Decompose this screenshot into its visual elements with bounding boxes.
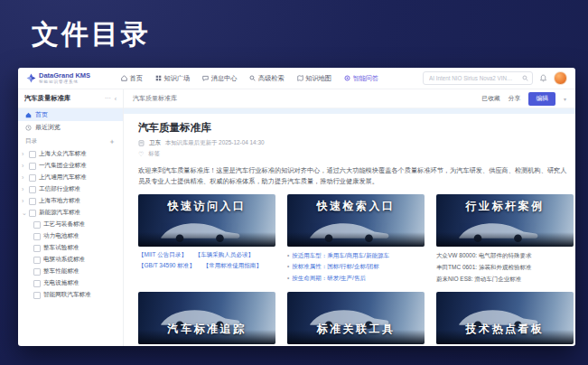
tree-item[interactable]: 工艺与装备标准	[22, 219, 119, 230]
card-bullet[interactable]: 按适用车型：乘用车/商用车/新能源车	[292, 251, 389, 259]
card-row: 大众VW 80000: 电气部件的特殊要求	[436, 251, 574, 260]
checkbox[interactable]	[33, 280, 41, 287]
card-standards-tracking[interactable]: 汽车标准追踪 今日重要更新 •ISO 19453-7:2024 《道路车辆 环境…	[138, 292, 275, 346]
checkbox[interactable]	[29, 198, 36, 205]
card-link[interactable]: 【常用标准使用指南】	[203, 262, 262, 270]
user-avatar[interactable]	[554, 71, 567, 85]
card-quick-access[interactable]: 快速访问入口 【MIIT 公告目录】 【车辆采购人员必读】 【GB/T 3459…	[138, 194, 275, 283]
caret-icon[interactable]: ›	[22, 198, 26, 204]
checkbox[interactable]	[33, 233, 41, 240]
global-search-box[interactable]	[423, 71, 533, 85]
doc-meta: 卫东 本知识库最后更新于 2025-12-04 14:30	[138, 139, 565, 147]
car-silhouette-icon	[152, 217, 245, 245]
plus-icon[interactable]: ＋	[108, 138, 116, 145]
caret-icon[interactable]: ›	[22, 151, 26, 157]
checkbox[interactable]	[29, 210, 36, 217]
nav-item-knowledge-map[interactable]: 知识地图	[297, 74, 331, 83]
page-title: 文件目录	[32, 16, 151, 53]
clock-icon	[25, 125, 32, 131]
card-quick-search[interactable]: 快速检索入口 •按适用车型：乘用车/商用车/新能源车 •按标准属性：国标/行标/…	[287, 194, 425, 283]
checkbox[interactable]	[33, 257, 41, 264]
card-link[interactable]: 【车辆采购人员必读】	[195, 251, 254, 259]
nav-item-home[interactable]: 首页	[121, 74, 143, 83]
main-nav: 首页 知识广场 消息中心 高级检索 知识地图 智能问答	[121, 74, 378, 83]
checkbox[interactable]	[29, 174, 36, 182]
checkbox[interactable]	[33, 245, 41, 252]
doc-tag-label[interactable]: 标签	[148, 150, 160, 158]
chevron-down-icon[interactable]: ▾	[564, 96, 566, 102]
doc-tab-label[interactable]: 汽车质量标准库	[133, 94, 177, 103]
card-title: 快速访问入口	[138, 199, 275, 214]
caret-icon[interactable]: ⌄	[22, 210, 26, 217]
tree-item[interactable]: 充电设施标准	[22, 277, 119, 289]
tree-item[interactable]: 智能网联汽车标准	[22, 289, 119, 301]
nav-item-advanced-search[interactable]: 高级检索	[249, 74, 284, 83]
tree-item[interactable]: 电驱动系统标准	[22, 254, 119, 266]
checkbox[interactable]	[29, 163, 36, 170]
sidebar-item-home[interactable]: 首页	[18, 108, 123, 121]
logo-subtext: 智能知识管理系统	[39, 80, 90, 85]
feature-cards-grid: 快速访问入口 【MIIT 公告目录】 【车辆采购人员必读】 【GB/T 3459…	[138, 194, 565, 346]
bell-icon[interactable]	[539, 74, 547, 82]
nav-item-knowledge-square[interactable]: 知识广场	[155, 74, 190, 83]
tree-item[interactable]: 整车性能标准	[22, 266, 119, 277]
caret-icon[interactable]: ›	[22, 163, 26, 169]
edit-button[interactable]: 编辑	[528, 92, 555, 106]
favorite-button[interactable]: 已收藏	[481, 94, 499, 103]
tree-item[interactable]: ›一汽集团企业标准	[22, 160, 119, 172]
logo-icon	[26, 73, 36, 83]
document-area: 汽车质量标准库 卫东 本知识库最后更新于 2025-12-04 14:30 ♡ …	[124, 114, 575, 346]
card-link[interactable]: 【MIIT 公告目录】	[138, 251, 187, 259]
card-row: 丰田TMC 0601: 涂装和外观检验标准	[436, 263, 574, 272]
card-title: 汽车标准追踪	[138, 322, 275, 337]
message-icon	[202, 75, 209, 81]
caret-icon[interactable]: ›	[22, 174, 26, 181]
search-input[interactable]	[427, 74, 522, 82]
sidebar-header: 汽车质量标准库 ⋯ ‹	[18, 89, 123, 108]
card-tech-hotspots[interactable]: 技术热点看板 智能驾驶相关 ISO 21434:2023 网络安全工程 (WP.…	[436, 292, 574, 346]
home-icon	[121, 75, 127, 81]
card-association-tools[interactable]: 标准关联工具 •智能关联引擎：输入汽车产品名称（如“倒车雷达总成”），自动筛选：…	[287, 292, 425, 346]
nav-item-message-center[interactable]: 消息中心	[202, 74, 237, 83]
card-title: 快速检索入口	[287, 199, 425, 214]
doc-intro: 欢迎来到汽车质量标准库！这里是汽车行业标准的知识对齐中心，通过六大功能模块覆盖各…	[138, 165, 572, 186]
nav-item-smart-qa[interactable]: 智能问答	[344, 74, 378, 83]
top-navbar: DataGrand KMS 智能知识管理系统 首页 知识广场 消息中心 高级检索	[18, 68, 575, 89]
card-benchmark-cases[interactable]: 行业标杆案例 大众VW 80000: 电气部件的特殊要求 丰田TMC 0601:…	[436, 194, 574, 283]
card-title: 标准关联工具	[287, 322, 425, 337]
map-icon	[297, 75, 303, 81]
checkbox[interactable]	[33, 292, 41, 299]
ellipsis-icon[interactable]: ⋯	[105, 95, 111, 102]
doc-updated: 本知识库最后更新于 2025-12-04 14:30	[165, 139, 265, 147]
card-bullet[interactable]: 按标准属性：国标/行标/企标/团标	[292, 262, 378, 270]
card-image-car: 技术热点看板	[436, 292, 574, 344]
sidebar-item-recent[interactable]: 最近浏览	[18, 121, 123, 134]
checkbox[interactable]	[33, 221, 41, 229]
sidebar-section-directory: 目录 ＋	[18, 134, 123, 147]
app-logo[interactable]: DataGrand KMS 智能知识管理系统	[26, 72, 90, 84]
car-silhouette-icon	[450, 217, 543, 245]
sparkle-icon	[344, 75, 350, 81]
card-image-car: 汽车标准追踪	[138, 292, 275, 344]
search-icon	[249, 75, 256, 81]
tree-item[interactable]: ›上汽通用汽车标准	[22, 172, 119, 183]
share-button[interactable]: 分享	[509, 94, 521, 103]
tree-item[interactable]: ›上海市地方标准	[22, 195, 119, 207]
collapse-icon[interactable]: ‹	[115, 96, 117, 102]
card-bullet[interactable]: 按生命周期：研发/生产/售后	[292, 274, 366, 282]
card-link[interactable]: 【GB/T 34590 标准】	[138, 262, 195, 270]
card-image-car: 快速访问入口	[138, 194, 275, 247]
main-panel: 汽车质量标准库 已收藏 分享 编辑 ▾ 汽车质量标准库 卫东 本知识库最后更新于…	[124, 89, 575, 346]
checkbox[interactable]	[29, 151, 36, 158]
checkbox[interactable]	[29, 186, 36, 193]
tree-item[interactable]: 整车试验标准	[22, 242, 119, 254]
tree-item[interactable]: 动力电池标准	[22, 230, 119, 242]
tree-item[interactable]: ›上海大众汽车标准	[22, 148, 119, 160]
caret-icon[interactable]: ›	[22, 186, 26, 192]
magnifier-icon[interactable]	[522, 75, 528, 81]
tree-item[interactable]: ⌄新能源汽车标准	[22, 207, 119, 219]
checkbox[interactable]	[33, 268, 41, 276]
app-window: DataGrand KMS 智能知识管理系统 首页 知识广场 消息中心 高级检索	[18, 68, 575, 346]
heart-icon[interactable]: ♡	[138, 151, 144, 158]
tree-item[interactable]: ›工信部行业标准	[22, 183, 119, 195]
